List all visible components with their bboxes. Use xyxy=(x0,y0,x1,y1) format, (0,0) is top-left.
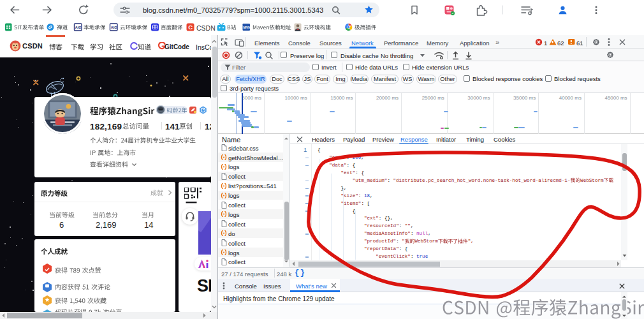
svg-text:MVN: MVN xyxy=(244,26,251,29)
svg-text:AIG: AIG xyxy=(75,26,82,29)
svg-text:C: C xyxy=(188,24,193,31)
svg-text:AIG: AIG xyxy=(111,26,117,29)
